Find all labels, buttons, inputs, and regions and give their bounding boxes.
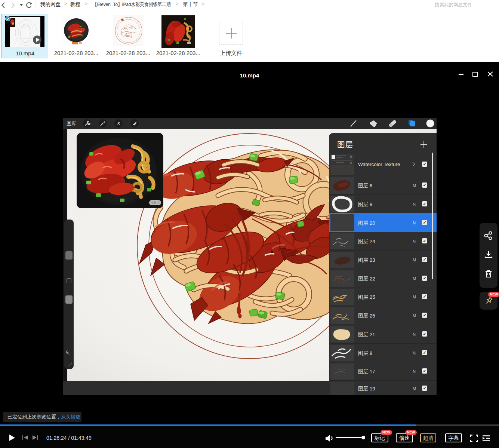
svg-text:S: S <box>117 121 120 126</box>
svg-text:小红书: 小红书 <box>151 201 160 205</box>
